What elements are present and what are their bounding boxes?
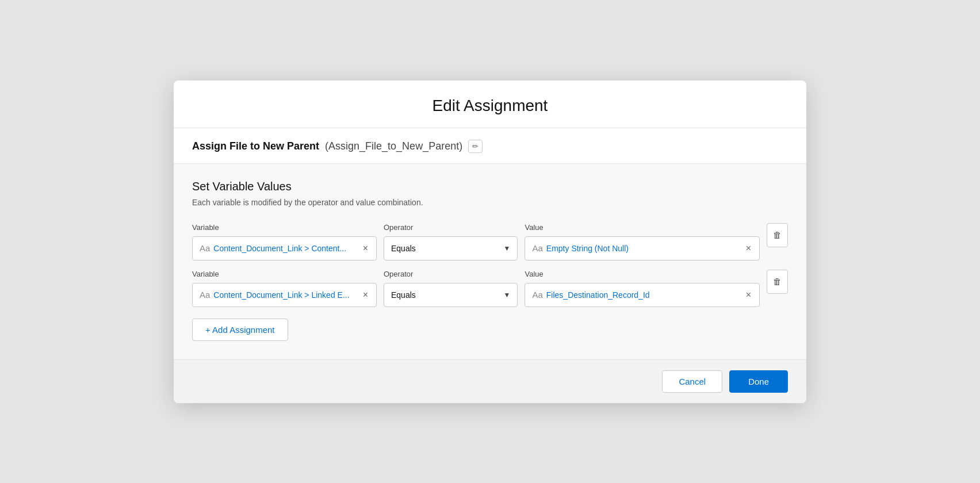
assignment-display-name: Assign File to New Parent bbox=[192, 140, 319, 152]
aa-icon-v2: Aa bbox=[532, 290, 542, 300]
trash-icon-2: 🗑 bbox=[773, 277, 782, 286]
dropdown-arrow-1: ▼ bbox=[504, 244, 511, 252]
assignment-row-2: Variable Aa Content_Document_Link > Link… bbox=[192, 270, 788, 307]
row2-variable-clear[interactable]: × bbox=[362, 290, 369, 300]
dropdown-arrow-2: ▼ bbox=[504, 291, 511, 299]
value-label-1: Value bbox=[525, 223, 760, 232]
row1-variable-value: Content_Document_Link > Content... bbox=[213, 244, 358, 253]
pencil-icon: ✏ bbox=[472, 142, 478, 151]
trash-icon-1: 🗑 bbox=[773, 230, 782, 240]
row1-operator-select[interactable]: Equals ▼ bbox=[384, 236, 518, 260]
row1-value-group: Value Aa Empty String (Not Null) × bbox=[525, 223, 760, 260]
row2-operator-group: Operator Equals ▼ bbox=[384, 270, 518, 307]
row2-value-clear[interactable]: × bbox=[745, 290, 752, 300]
modal-header: Edit Assignment bbox=[174, 80, 806, 128]
add-assignment-button[interactable]: + Add Assignment bbox=[192, 319, 288, 341]
assignment-api-name: (Assign_File_to_New_Parent) bbox=[325, 140, 462, 152]
row2-variable-group: Variable Aa Content_Document_Link > Link… bbox=[192, 270, 377, 307]
row1-value-clear[interactable]: × bbox=[745, 243, 752, 254]
row1-delete-button[interactable]: 🗑 bbox=[767, 223, 788, 247]
assignment-name-row: Assign File to New Parent (Assign_File_t… bbox=[174, 128, 806, 164]
row2-value-value: Files_Destination_Record_Id bbox=[546, 290, 741, 300]
operator-label-2: Operator bbox=[384, 270, 518, 278]
edit-name-button[interactable]: ✏ bbox=[468, 140, 483, 153]
operator-label-1: Operator bbox=[384, 223, 518, 232]
row1-variable-input[interactable]: Aa Content_Document_Link > Content... × bbox=[192, 236, 377, 260]
assignments-grid: Variable Aa Content_Document_Link > Cont… bbox=[192, 223, 788, 307]
row2-operator-value: Equals bbox=[391, 290, 500, 300]
row1-operator-value: Equals bbox=[391, 244, 500, 253]
row-1-fields: Variable Aa Content_Document_Link > Cont… bbox=[192, 223, 760, 260]
row2-variable-value: Content_Document_Link > Linked E... bbox=[213, 290, 358, 300]
aa-icon-1: Aa bbox=[200, 243, 210, 253]
variable-label-2: Variable bbox=[192, 270, 377, 278]
modal-title: Edit Assignment bbox=[197, 97, 783, 115]
section-description: Each variable is modified by the operato… bbox=[192, 198, 788, 207]
row1-value-value: Empty String (Not Null) bbox=[546, 244, 741, 253]
variable-label-1: Variable bbox=[192, 223, 377, 232]
modal-footer: Cancel Done bbox=[174, 359, 806, 403]
row2-value-input[interactable]: Aa Files_Destination_Record_Id × bbox=[525, 283, 760, 307]
row1-delete-col: 🗑 bbox=[767, 223, 788, 248]
aa-icon-v1: Aa bbox=[532, 243, 542, 253]
section-title: Set Variable Values bbox=[192, 180, 788, 193]
row1-operator-group: Operator Equals ▼ bbox=[384, 223, 518, 260]
row2-variable-input[interactable]: Aa Content_Document_Link > Linked E... × bbox=[192, 283, 377, 307]
row1-variable-clear[interactable]: × bbox=[362, 243, 369, 254]
value-label-2: Value bbox=[525, 270, 760, 278]
cancel-button[interactable]: Cancel bbox=[662, 370, 722, 393]
modal-body: Set Variable Values Each variable is mod… bbox=[174, 164, 806, 359]
row2-value-group: Value Aa Files_Destination_Record_Id × bbox=[525, 270, 760, 307]
row1-value-input[interactable]: Aa Empty String (Not Null) × bbox=[525, 236, 760, 260]
assignment-row: Variable Aa Content_Document_Link > Cont… bbox=[192, 223, 788, 260]
aa-icon-2: Aa bbox=[200, 290, 210, 300]
row1-variable-group: Variable Aa Content_Document_Link > Cont… bbox=[192, 223, 377, 260]
row2-delete-col: 🗑 bbox=[767, 270, 788, 295]
edit-assignment-modal: Edit Assignment Assign File to New Paren… bbox=[174, 80, 806, 403]
row2-delete-button[interactable]: 🗑 bbox=[767, 270, 788, 294]
row-2-fields: Variable Aa Content_Document_Link > Link… bbox=[192, 270, 760, 307]
row2-operator-select[interactable]: Equals ▼ bbox=[384, 283, 518, 307]
done-button[interactable]: Done bbox=[729, 370, 788, 393]
